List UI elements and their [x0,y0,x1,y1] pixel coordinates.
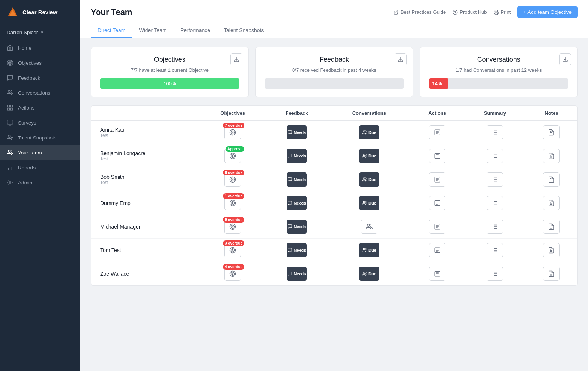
summary-cell [464,144,526,168]
objectives-btn[interactable]: 1 overdue [224,196,241,210]
notes-btn[interactable] [543,267,560,281]
feedback-btn[interactable]: Needs [287,220,307,234]
notes-cell [526,168,577,191]
notes-btn[interactable] [543,125,560,139]
conversations-btn[interactable]: Due [359,267,379,281]
objectives-badge: 3 overdue [223,240,244,246]
sidebar-item-conversations[interactable]: Conversations [0,85,80,100]
summary-btn[interactable] [487,220,503,234]
add-team-objective-button[interactable]: + Add team Objective [517,6,578,18]
conversations-btn[interactable] [361,220,377,234]
summary-btn[interactable] [487,267,503,281]
notes-btn[interactable] [543,196,560,210]
notes-btn[interactable] [543,149,560,163]
summary-btn[interactable] [487,196,503,210]
svg-point-108 [232,250,233,251]
objectives-btn[interactable]: 8 overdue [224,172,241,187]
member-name: Tom Test [100,247,194,253]
page-header: Your Team Best Practices Guide Product H… [80,0,588,38]
conversations-progress-bar: 14% [429,78,568,89]
tab-performance[interactable]: Performance [174,24,217,38]
sidebar-item-objectives[interactable]: Objectives [0,55,80,70]
feedback-badge: Needs [294,201,306,205]
conversations-icon [7,89,13,96]
objectives-btn[interactable]: 9 overdue [224,220,241,234]
sidebar-item-your-team[interactable]: Your Team [0,145,80,160]
conversations-btn[interactable]: Due [359,125,379,139]
list-icon [434,153,441,159]
feedback-card-title: Feedback [265,56,404,64]
actions-btn[interactable] [429,125,445,139]
notes-cell [526,262,577,286]
feedback-btn[interactable]: Needs [287,172,307,187]
objectives-btn[interactable]: Approve [224,149,241,163]
tab-talent-snapshots[interactable]: Talent Snapshots [217,24,270,38]
actions-btn[interactable] [429,243,445,257]
sidebar-item-home[interactable]: Home [0,40,80,55]
conversations-btn[interactable]: Due [359,196,379,210]
actions-btn[interactable] [429,196,445,210]
conversations-download-button[interactable] [559,53,571,65]
sidebar-item-talent-snapshots[interactable]: Talent Snapshots [0,130,80,145]
feedback-btn[interactable]: Needs [287,125,307,139]
best-practices-link[interactable]: Best Practices Guide [393,9,446,15]
member-cell: Amita KaurTest [91,121,200,144]
member-dept: Test [100,180,194,185]
summary-btn[interactable] [487,149,503,163]
svg-point-109 [363,248,365,250]
notes-btn[interactable] [543,243,560,257]
user-name: Darren Spicer [7,30,38,35]
objectives-cell: Approve [200,144,266,168]
tab-wider-team[interactable]: Wider Team [132,24,173,38]
feedback-btn[interactable]: Needs [287,243,307,257]
feedback-btn[interactable]: Needs [287,196,307,210]
conversations-btn[interactable]: Due [359,243,379,257]
actions-cell [410,239,464,262]
feedback-btn[interactable]: Needs [287,149,307,163]
svg-point-93 [367,224,370,226]
svg-point-29 [363,131,365,132]
objectives-icon [7,59,13,66]
summary-btn[interactable] [487,125,503,139]
summary-btn[interactable] [487,172,503,187]
conversations-btn[interactable]: Due [359,172,379,187]
chat-icon [287,248,293,253]
objectives-btn[interactable]: 7 overdue [224,125,241,139]
sidebar-item-surveys[interactable]: Surveys [0,115,80,130]
svg-point-43 [231,154,235,158]
conv-badge: Due [368,272,376,276]
actions-btn[interactable] [429,267,445,281]
actions-btn[interactable] [429,220,445,234]
objectives-btn[interactable]: 3 overdue [224,243,241,257]
summary-btn[interactable] [487,243,503,257]
product-hub-link[interactable]: Product Hub [453,9,487,15]
notes-btn[interactable] [543,220,560,234]
objectives-badge: 8 overdue [223,170,244,175]
sidebar-item-feedback[interactable]: Feedback [0,70,80,85]
sidebar-item-reports[interactable]: Reports [0,160,80,175]
notes-btn[interactable] [543,172,560,187]
svg-point-13 [8,135,10,137]
col-conversations: Conversations [328,106,410,121]
actions-btn[interactable] [429,172,445,187]
svg-rect-9 [7,108,9,110]
actions-btn[interactable] [429,149,445,163]
objectives-download-button[interactable] [230,53,242,65]
conversations-btn[interactable]: Due [359,149,379,163]
print-link[interactable]: Print [494,9,511,15]
objectives-btn[interactable]: 4 overdue [224,267,241,281]
objectives-badge: 9 overdue [223,217,244,223]
feedback-badge: Needs [294,154,306,158]
tab-direct-team[interactable]: Direct Team [91,24,132,38]
chat-icon [287,271,293,276]
sidebar-item-actions[interactable]: Actions [0,100,80,115]
notes-icon [548,270,555,277]
sidebar-item-admin[interactable]: Admin [0,175,80,190]
feedback-btn[interactable]: Needs [287,267,307,281]
notes-icon [548,223,555,230]
user-menu[interactable]: Darren Spicer ▼ [0,24,80,40]
feedback-download-button[interactable] [395,53,407,65]
svg-point-18 [9,182,11,184]
conv-badge: Due [368,248,376,252]
actions-cell [410,215,464,239]
